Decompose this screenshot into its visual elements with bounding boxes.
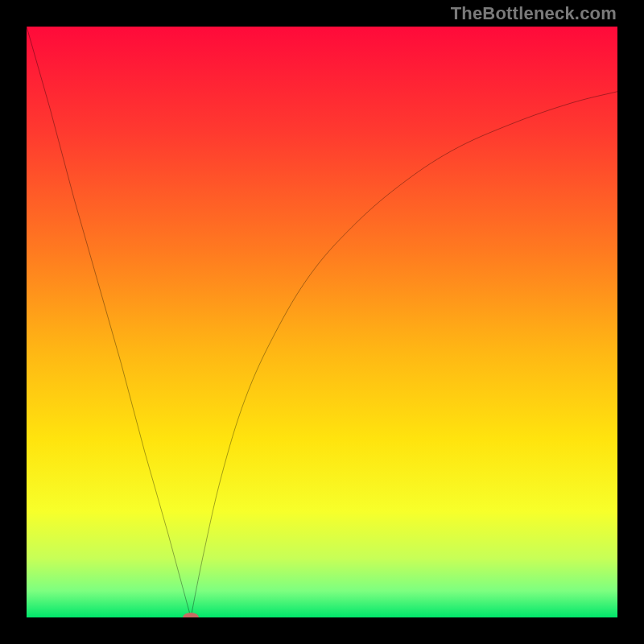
bottleneck-curve <box>27 27 617 617</box>
chart-frame: TheBottleneck.com <box>0 0 644 644</box>
plot-area <box>27 27 617 617</box>
optimal-point-marker <box>183 613 199 617</box>
watermark-text: TheBottleneck.com <box>451 3 617 24</box>
